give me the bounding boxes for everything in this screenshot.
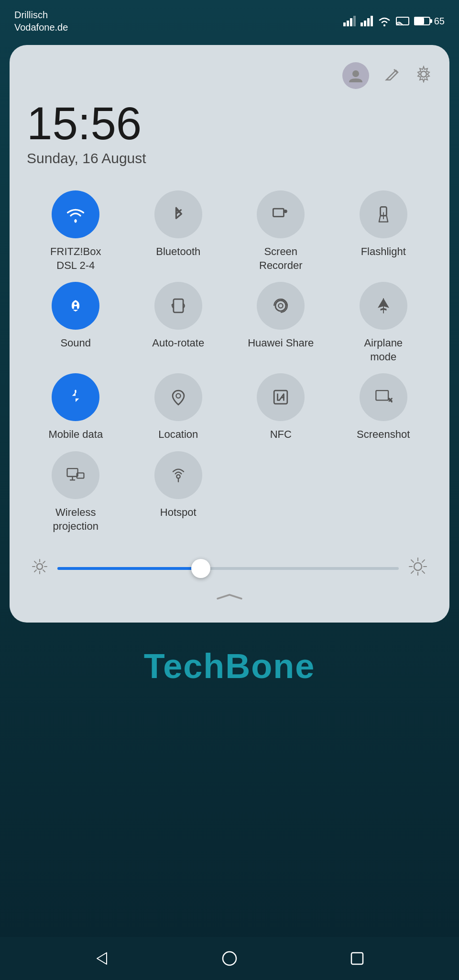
- bluetooth-toggle[interactable]: Bluetooth: [130, 190, 228, 272]
- svg-rect-6: [367, 18, 370, 26]
- svg-rect-1: [347, 21, 349, 26]
- collapse-handle[interactable]: [27, 584, 432, 603]
- edit-icon: [384, 67, 400, 82]
- screenshot-circle[interactable]: [360, 373, 407, 421]
- qs-header: [27, 62, 432, 89]
- flashlight-toggle[interactable]: Flashlight: [335, 190, 433, 272]
- svg-rect-0: [343, 22, 346, 26]
- brightness-low-icon: [32, 558, 48, 578]
- nfc-toggle[interactable]: NFC: [232, 373, 330, 442]
- quick-settings-panel: 15:56 Sunday, 16 August FRITZ!BoxDSL 2-4: [10, 45, 449, 623]
- auto-rotate-toggle[interactable]: Auto-rotate: [130, 282, 228, 364]
- svg-rect-18: [273, 209, 284, 217]
- auto-rotate-label: Auto-rotate: [152, 336, 204, 350]
- svg-rect-7: [371, 16, 373, 26]
- back-button[interactable]: [93, 950, 110, 967]
- hotspot-icon: [167, 464, 189, 486]
- screenshot-label: Screenshot: [357, 428, 410, 442]
- sound-label: Sound: [60, 336, 91, 350]
- hotspot-label: Hotspot: [160, 506, 197, 520]
- recent-button[interactable]: [349, 950, 366, 967]
- signal-indicators: 65: [343, 16, 445, 27]
- flashlight-label: Flashlight: [361, 245, 406, 259]
- wireless-projection-toggle[interactable]: Wirelessprojection: [27, 451, 125, 533]
- brightness-slider-row: [27, 543, 432, 584]
- sun-small-icon: [32, 558, 48, 575]
- sound-circle[interactable]: [52, 282, 99, 330]
- edit-button[interactable]: [384, 67, 400, 85]
- flashlight-circle[interactable]: [360, 190, 407, 238]
- screen-recorder-circle[interactable]: [257, 190, 305, 238]
- bluetooth-label: Bluetooth: [156, 245, 200, 259]
- bluetooth-circle[interactable]: [154, 190, 202, 238]
- svg-point-61: [223, 952, 236, 965]
- svg-point-13: [352, 70, 359, 77]
- airplane-circle[interactable]: [360, 282, 407, 330]
- nfc-label: NFC: [270, 428, 292, 442]
- collapse-arrow-icon: [213, 592, 246, 601]
- wireless-projection-circle[interactable]: [52, 451, 99, 499]
- svg-line-56: [411, 560, 414, 562]
- home-button[interactable]: [221, 950, 238, 967]
- huawei-share-label: Huawei Share: [248, 336, 314, 350]
- svg-rect-36: [67, 468, 78, 477]
- svg-marker-60: [97, 953, 107, 964]
- sun-large-icon: [408, 557, 427, 576]
- hotspot-toggle[interactable]: Hotspot: [130, 451, 228, 533]
- sound-toggle[interactable]: Sound: [27, 282, 125, 364]
- huawei-share-toggle[interactable]: Huawei Share: [232, 282, 330, 364]
- svg-point-26: [275, 301, 286, 311]
- svg-rect-5: [364, 21, 366, 26]
- current-date: Sunday, 16 August: [27, 150, 432, 167]
- location-toggle[interactable]: Location: [130, 373, 228, 442]
- wifi-circle[interactable]: [52, 190, 99, 238]
- svg-line-29: [72, 396, 79, 399]
- svg-line-48: [43, 570, 45, 572]
- settings-icon: [415, 66, 432, 83]
- svg-line-57: [422, 571, 425, 573]
- svg-rect-31: [274, 391, 287, 404]
- huawei-share-circle[interactable]: [257, 282, 305, 330]
- svg-point-42: [37, 564, 43, 569]
- nfc-icon: [270, 386, 292, 408]
- mobile-data-toggle[interactable]: Mobile data: [27, 373, 125, 442]
- svg-point-24: [74, 302, 77, 305]
- svg-rect-4: [361, 22, 363, 26]
- brightness-fill: [57, 567, 201, 570]
- brightness-track[interactable]: [57, 567, 399, 570]
- svg-line-49: [43, 561, 45, 563]
- bottom-navigation: [0, 937, 459, 980]
- auto-rotate-circle[interactable]: [154, 282, 202, 330]
- screenshot-icon: [372, 386, 394, 408]
- svg-line-50: [34, 570, 36, 572]
- user-avatar[interactable]: [342, 62, 369, 89]
- svg-point-15: [421, 71, 426, 77]
- screen-recorder-toggle[interactable]: ScreenRecorder: [232, 190, 330, 272]
- carrier-name: Drillisch: [14, 9, 68, 21]
- recent-icon: [349, 950, 366, 967]
- battery-icon: [414, 16, 432, 26]
- signal-bar-1-icon: [343, 16, 356, 26]
- sound-icon: [65, 295, 87, 317]
- home-icon: [221, 950, 238, 967]
- svg-point-30: [176, 394, 180, 398]
- mobile-data-label: Mobile data: [48, 428, 103, 442]
- location-icon: [167, 386, 189, 408]
- location-label: Location: [158, 428, 198, 442]
- brightness-thumb[interactable]: [191, 559, 210, 578]
- techbone-watermark: TechBone: [0, 627, 459, 686]
- nfc-circle[interactable]: [257, 373, 305, 421]
- avatar-icon: [348, 68, 363, 83]
- settings-button[interactable]: [415, 66, 432, 86]
- svg-rect-2: [350, 18, 352, 26]
- svg-point-16: [74, 220, 77, 223]
- wifi-toggle[interactable]: FRITZ!BoxDSL 2-4: [27, 190, 125, 272]
- mobile-data-circle[interactable]: [52, 373, 99, 421]
- huawei-share-icon: [270, 295, 292, 317]
- wifi-icon: [65, 203, 87, 225]
- airplane-toggle[interactable]: Airplanemode: [335, 282, 433, 364]
- flashlight-icon: [372, 203, 394, 225]
- screenshot-toggle[interactable]: Screenshot: [335, 373, 433, 442]
- hotspot-circle[interactable]: [154, 451, 202, 499]
- location-circle[interactable]: [154, 373, 202, 421]
